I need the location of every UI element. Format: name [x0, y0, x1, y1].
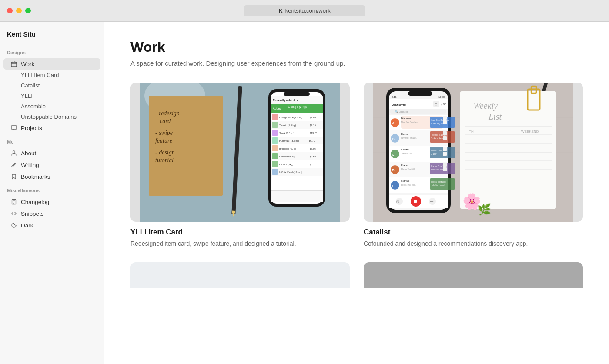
sidebar-item-work[interactable]: Work	[3, 58, 100, 70]
svg-text:☰: ☰	[430, 199, 434, 204]
svg-text:9:11: 9:11	[392, 96, 397, 98]
svg-text:D: D	[392, 168, 395, 172]
designs-section-label: Designs	[0, 45, 104, 58]
bookmark-icon	[10, 173, 17, 180]
sidebar-sub-item-assemble[interactable]: Assemble	[3, 101, 100, 111]
url-text: kentsitu.com/work	[285, 7, 331, 14]
svg-text:$...: $...	[310, 163, 313, 166]
close-button[interactable]	[7, 8, 13, 13]
svg-text:Broccoli (750 g): Broccoli (750 g)	[279, 147, 296, 150]
svg-text:⊙: ⊙	[396, 199, 399, 204]
svg-text:Help You Launch...: Help You Launch...	[431, 184, 447, 187]
svg-rect-121	[443, 147, 447, 151]
svg-text:$7.45: $7.45	[310, 116, 316, 119]
svg-text:Startup: Startup	[401, 180, 410, 182]
app-layout: Kent Situ Designs Work YLLI Item Card Ca…	[0, 22, 609, 364]
svg-rect-136	[430, 178, 455, 190]
svg-text:TH: TH	[469, 130, 474, 134]
work-card-catalist[interactable]: Weekly List TH WEEKEND	[364, 83, 583, 248]
svg-rect-45	[272, 153, 278, 159]
sidebar-item-bookmarks[interactable]: Bookmarks	[3, 171, 100, 182]
svg-rect-126	[430, 163, 455, 174]
sidebar-item-snippets[interactable]: Snippets	[3, 208, 100, 219]
sidebar-item-snippets-label: Snippets	[21, 210, 44, 217]
svg-text:Cannabis(5 kg): Cannabis(5 kg)	[279, 155, 295, 158]
sidebar-item-dark[interactable]: Dark	[3, 220, 100, 231]
svg-text:Books That Will: Books That Will	[431, 180, 446, 183]
sidebar-item-changelog-label: Changelog	[21, 199, 49, 205]
moon-icon	[10, 222, 17, 229]
work-card-catalist-image: Weekly List TH WEEKEND	[364, 83, 583, 222]
svg-rect-57	[271, 190, 323, 202]
svg-text:Orange Juice (2.25 L): Orange Juice (2.25 L)	[279, 116, 302, 119]
page-title: Work	[130, 39, 583, 55]
sidebar-sub-item-label: Assemble	[21, 103, 46, 110]
svg-text:feature: feature	[155, 137, 172, 144]
sidebar-item-writing[interactable]: Writing	[3, 159, 100, 170]
sidebar-sub-item-ylli[interactable]: YLLI	[3, 91, 100, 101]
svg-rect-101	[443, 116, 447, 120]
work-card-ylli-title: YLLI Item Card	[130, 228, 350, 237]
svg-rect-33	[272, 130, 278, 136]
sidebar-item-about[interactable]: About	[3, 147, 100, 159]
svg-text:A: A	[392, 121, 395, 125]
svg-text:🔍 Location: 🔍 Location	[395, 110, 408, 114]
work-card-ylli[interactable]: - redesign card - swipe feature - design…	[130, 83, 350, 248]
sidebar-sub-item-catalist[interactable]: Catalist	[3, 80, 100, 90]
me-section-label: Me	[0, 134, 104, 147]
svg-rect-106	[430, 131, 455, 143]
sidebar-item-projects-label: Projects	[21, 125, 42, 131]
svg-text:tutorial: tutorial	[155, 157, 174, 164]
sidebar-item-projects[interactable]: Projects	[3, 122, 100, 134]
work-card-bottom-left	[130, 262, 350, 288]
svg-text:Toronto Cafe...: Toronto Cafe...	[401, 153, 414, 155]
sidebar-sub-item-ylli-item-card[interactable]: YLLI Item Card	[3, 70, 100, 80]
sidebar-item-work-label: Work	[21, 61, 34, 67]
traffic-lights	[7, 8, 31, 13]
maximize-button[interactable]	[25, 8, 31, 13]
svg-rect-142	[389, 195, 448, 195]
svg-rect-25	[272, 114, 278, 120]
svg-text:Must See Beaches...: Must See Beaches...	[401, 121, 419, 124]
svg-text:Discover: Discover	[401, 117, 412, 120]
svg-text:Books to Read: Books to Read	[431, 137, 444, 140]
svg-text:List: List	[488, 112, 502, 121]
doc-icon	[10, 198, 17, 205]
svg-rect-58	[271, 190, 323, 191]
svg-text:Lettuce (1kg): Lettuce (1kg)	[279, 163, 293, 166]
svg-rect-29	[272, 122, 278, 128]
work-grid: - redesign card - swipe feature - design…	[130, 83, 583, 248]
svg-text:Hummus (73.3 ml): Hummus (73.3 ml)	[279, 140, 299, 142]
svg-text:⊞: ⊞	[435, 102, 438, 106]
svg-text:of 1984: of 1984	[431, 153, 438, 155]
svg-rect-53	[272, 169, 278, 175]
svg-text:100%: 100%	[438, 96, 445, 98]
svg-point-2	[13, 151, 15, 153]
svg-text:In The Bay Area: In The Bay Area	[431, 123, 445, 125]
svg-rect-0	[11, 62, 17, 67]
svg-text:↑ 98: ↑ 98	[441, 103, 446, 106]
svg-text:- redesign: - redesign	[155, 110, 180, 117]
sidebar-sub-item-unstoppable-domains[interactable]: Unstoppable Domains	[3, 112, 100, 122]
svg-text:Added: Added	[273, 107, 281, 110]
svg-text:C: C	[392, 153, 395, 157]
window-chrome: K kentsitu.com/work	[0, 0, 609, 22]
sidebar-item-changelog[interactable]: Changelog	[3, 196, 100, 207]
minimize-button[interactable]	[16, 8, 22, 13]
svg-text:Steak (1.0 kg): Steak (1.0 kg)	[279, 132, 294, 134]
svg-rect-131	[443, 163, 447, 167]
svg-text:Blow Your Mind: Blow Your Mind	[431, 169, 445, 171]
svg-rect-41	[272, 145, 278, 151]
svg-text:🌿: 🌿	[478, 203, 492, 216]
monitor-icon	[10, 124, 17, 131]
sidebar-sub-item-label: Unstoppable Domains	[21, 114, 77, 120]
svg-text:Places That Will...: Places That Will...	[401, 168, 417, 170]
svg-rect-112	[443, 136, 447, 140]
page-subtitle: A space for curated work. Designing user…	[130, 60, 583, 67]
svg-rect-122	[443, 152, 447, 156]
pencil-icon	[10, 161, 17, 168]
box-icon	[10, 60, 17, 67]
address-bar[interactable]: K kentsitu.com/work	[244, 5, 365, 16]
svg-text:card: card	[160, 118, 171, 124]
svg-text:$6.70: $6.70	[309, 140, 315, 142]
